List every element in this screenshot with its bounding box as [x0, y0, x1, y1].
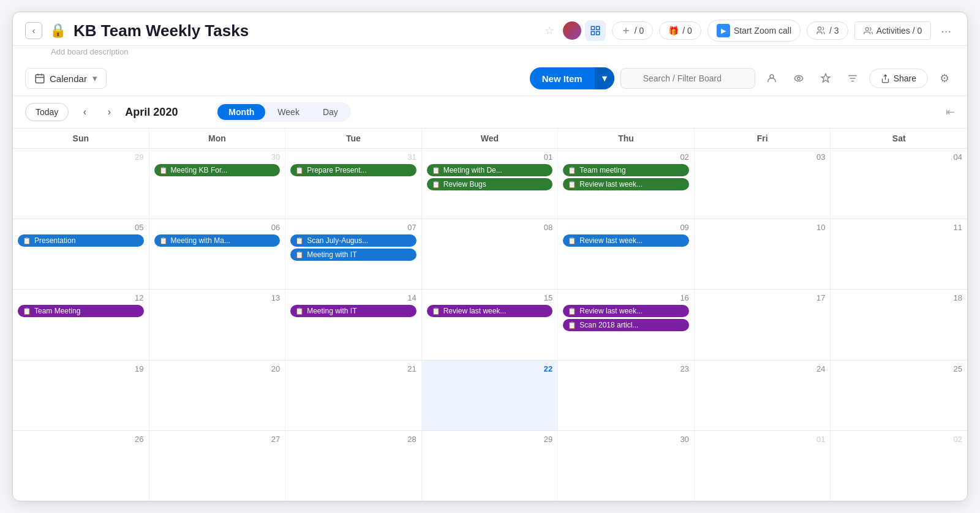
calendar-event[interactable]: 📋Meeting with Ma...: [154, 234, 281, 247]
day-number: 30: [154, 152, 281, 162]
calendar-day[interactable]: 25: [831, 361, 967, 430]
calendar-day[interactable]: 19: [13, 361, 149, 430]
calendar-event[interactable]: 📋Scan July-Augus...: [290, 234, 417, 247]
calendar-event[interactable]: 📋Meeting with IT: [290, 249, 417, 261]
event-icon: 📋: [432, 167, 440, 174]
calendar-view-button[interactable]: Calendar ▾: [25, 68, 107, 89]
calendar-day[interactable]: 13: [149, 290, 286, 359]
calendar-day[interactable]: 07📋Scan July-Augus...📋Meeting with IT: [285, 219, 422, 289]
today-button[interactable]: Today: [25, 103, 69, 121]
search-input[interactable]: [620, 68, 755, 89]
event-label: Review Bugs: [443, 180, 486, 189]
calendar-day[interactable]: 28: [285, 431, 422, 501]
calendar-day[interactable]: 01📋Meeting with De...📋Review Bugs: [422, 149, 559, 219]
calendar-day[interactable]: 30: [558, 431, 695, 501]
calendar-day[interactable]: 23: [558, 361, 695, 430]
calendar-day[interactable]: 29: [422, 431, 559, 501]
calendar-day[interactable]: 02📋Team meeting📋Review last week...: [558, 149, 695, 219]
share-label: Share: [894, 73, 916, 83]
calendar-event[interactable]: 📋Presentation: [18, 234, 144, 247]
calendar-day[interactable]: 16📋Review last week...📋Scan 2018 articl.…: [558, 290, 695, 359]
calendar-day[interactable]: 14📋Meeting with IT: [285, 290, 422, 359]
avatar-group: [562, 20, 606, 41]
event-label: Scan 2018 articl...: [579, 321, 638, 329]
calendar-day[interactable]: 18: [831, 290, 967, 359]
day-number: 14: [290, 293, 417, 302]
tab-week[interactable]: Week: [266, 104, 311, 120]
prev-month-button[interactable]: ‹: [76, 103, 93, 121]
calendar-event[interactable]: 📋Team meeting: [563, 164, 689, 176]
calendar-day[interactable]: 08: [422, 219, 559, 289]
calendar-day[interactable]: 11: [831, 219, 967, 289]
collapse-right-button[interactable]: ⇤: [946, 105, 955, 119]
calendar-event[interactable]: 📋Review last week...: [563, 305, 689, 317]
calendar-day[interactable]: 20: [149, 361, 286, 430]
star-icon[interactable]: ☆: [545, 24, 554, 37]
eye-button[interactable]: [788, 68, 809, 89]
calendar-day[interactable]: 05📋Presentation: [13, 219, 149, 289]
calendar-day[interactable]: 02: [831, 431, 967, 501]
calendar-nav: Today ‹ › April 2020 Month Week Day ⇤: [13, 96, 967, 129]
event-icon: 📋: [432, 181, 440, 189]
day-number: 16: [563, 293, 689, 302]
event-icon: 📋: [295, 307, 304, 315]
calendar-event[interactable]: 📋Prepare Present...: [290, 164, 417, 176]
calendar-event[interactable]: 📋Review last week...: [563, 234, 689, 247]
start-zoom-button[interactable]: ▶ Start Zoom call: [707, 20, 801, 42]
activities-button[interactable]: Activities / 0: [854, 21, 932, 40]
calendar-day[interactable]: 24: [695, 361, 831, 430]
day-number: 28: [290, 435, 417, 444]
calendar-event[interactable]: 📋Meeting KB For...: [154, 164, 281, 176]
calendar-day[interactable]: 12📋Team Meeting: [13, 290, 149, 359]
calendar-event[interactable]: 📋Meeting with De...: [427, 164, 553, 176]
calendar-day[interactable]: 17: [695, 290, 831, 359]
invite-count-label: / 0: [682, 26, 692, 36]
gift-button[interactable]: 🎁 / 0: [659, 21, 701, 40]
calendar-day[interactable]: 29: [13, 149, 149, 219]
calendar-day[interactable]: 26: [13, 431, 149, 501]
new-item-dropdown-icon[interactable]: ▾: [595, 67, 614, 89]
calendar-day[interactable]: 09📋Review last week...: [558, 219, 695, 289]
calendar-day[interactable]: 15📋Review last week...: [422, 290, 559, 359]
tab-day[interactable]: Day: [312, 104, 349, 120]
day-number: 01: [427, 152, 553, 162]
calendar-week: 2930📋Meeting KB For...31📋Prepare Present…: [13, 149, 967, 219]
calendar-day[interactable]: 22: [422, 361, 559, 430]
day-number: 07: [290, 223, 417, 232]
person-filter-button[interactable]: [761, 68, 782, 89]
calendar-day[interactable]: 30📋Meeting KB For...: [149, 149, 286, 219]
calendar-event[interactable]: 📋Review Bugs: [427, 178, 553, 190]
calendar-day[interactable]: 21: [285, 361, 422, 430]
calendar-event[interactable]: 📋Review last week...: [563, 178, 689, 190]
settings-button[interactable]: ⚙: [934, 68, 955, 89]
calendar-event[interactable]: 📋Scan 2018 articl...: [563, 319, 689, 331]
filter-button[interactable]: [842, 68, 863, 89]
invite-count-button[interactable]: / 0: [612, 21, 654, 40]
day-number: 03: [699, 152, 826, 162]
share-button[interactable]: Share: [869, 69, 928, 88]
pin-button[interactable]: [815, 68, 836, 89]
day-number: 27: [154, 435, 281, 444]
more-options-button[interactable]: ···: [937, 24, 955, 38]
event-icon: 📋: [568, 167, 576, 174]
calendar-day[interactable]: 06📋Meeting with Ma...: [149, 219, 286, 289]
calendar-day[interactable]: 04: [831, 149, 967, 219]
calendar-day[interactable]: 01: [695, 431, 831, 501]
new-item-button[interactable]: New Item ▾: [530, 67, 614, 89]
event-icon: 📋: [295, 237, 304, 245]
tab-month[interactable]: Month: [217, 104, 265, 120]
day-number: 18: [835, 293, 962, 302]
calendar-day[interactable]: 03: [695, 149, 831, 219]
calendar-event[interactable]: 📋Team Meeting: [18, 305, 144, 317]
calendar-day[interactable]: 10: [695, 219, 831, 289]
calendar-event[interactable]: 📋Review last week...: [427, 305, 553, 317]
people-count-button[interactable]: / 3: [807, 21, 848, 40]
next-month-button[interactable]: ›: [100, 103, 118, 121]
day-number: 24: [699, 364, 826, 373]
day-number: 08: [427, 223, 553, 232]
day-number: 19: [18, 364, 144, 373]
calendar-day[interactable]: 27: [149, 431, 286, 501]
calendar-event[interactable]: 📋Meeting with IT: [290, 305, 417, 317]
collapse-sidebar-button[interactable]: ‹: [25, 22, 42, 39]
calendar-day[interactable]: 31📋Prepare Present...: [285, 149, 422, 219]
